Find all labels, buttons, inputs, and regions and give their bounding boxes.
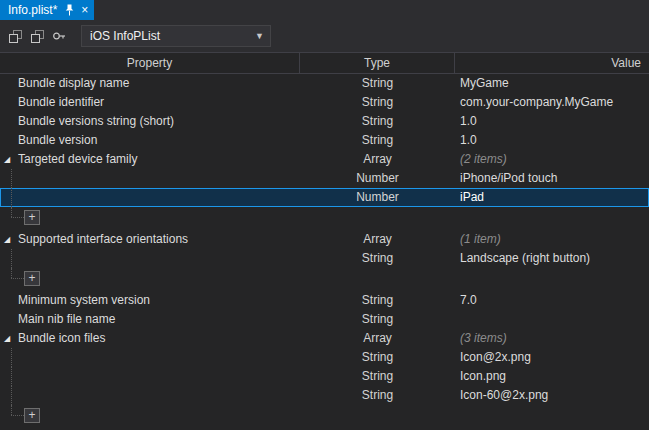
property-name: Supported interface orientations xyxy=(18,232,188,246)
value-cell: (2 items) xyxy=(455,150,649,169)
property-name: Bundle identifier xyxy=(18,95,104,109)
table-row[interactable]: Bundle display nameStringMyGame xyxy=(0,74,649,93)
expander-icon[interactable]: ◢ xyxy=(4,329,10,348)
add-button[interactable]: + xyxy=(24,271,40,286)
duplicate-pages-icon xyxy=(8,29,22,43)
property-name: Bundle display name xyxy=(18,76,129,90)
duplicate-pages-icon xyxy=(30,29,44,43)
property-cell: Bundle version xyxy=(0,131,300,150)
table-row[interactable]: StringIcon@2x.png xyxy=(0,348,649,367)
table-row[interactable]: Bundle identifierStringcom.your-company.… xyxy=(0,93,649,112)
tree-connector-line xyxy=(11,386,12,405)
property-cell: Minimum system version xyxy=(0,291,300,310)
table-row[interactable]: ◢Targeted device familyArray(2 items) xyxy=(0,150,649,169)
value-cell: Icon@2x.png xyxy=(455,348,649,367)
chevron-down-icon: ▼ xyxy=(255,31,264,41)
type-cell: String xyxy=(300,348,455,367)
type-cell: String xyxy=(300,131,455,150)
value-cell: 1.0 xyxy=(455,112,649,131)
table-row[interactable]: StringIcon-60@2x.png xyxy=(0,386,649,405)
table-row[interactable]: NumberiPad xyxy=(0,188,649,207)
type-cell: String xyxy=(300,93,455,112)
table-row[interactable]: NumberiPhone/iPod touch xyxy=(0,169,649,188)
value-cell: Landscape (right button) xyxy=(455,249,649,268)
tree-connector-line xyxy=(0,207,26,230)
document-tabstrip: Info.plist* × xyxy=(0,0,649,20)
table-row[interactable]: Bundle versionString1.0 xyxy=(0,131,649,150)
property-cell xyxy=(0,249,300,268)
value-cell: Icon-60@2x.png xyxy=(455,386,649,405)
table-row[interactable]: StringIcon.png xyxy=(0,367,649,386)
tree-connector-line xyxy=(11,188,12,207)
value-cell: 1.0 xyxy=(455,131,649,150)
tree-connector-line xyxy=(0,268,26,291)
property-cell xyxy=(0,386,300,405)
table-row[interactable]: Main nib file nameString xyxy=(0,310,649,329)
table-row[interactable]: Minimum system versionString7.0 xyxy=(0,291,649,310)
expander-icon[interactable]: ◢ xyxy=(4,230,10,249)
plist-editor-window: Info.plist* × iOS InfoPList ▼ Prop xyxy=(0,0,649,430)
tree-connector-line xyxy=(11,348,12,367)
property-name: Bundle version xyxy=(18,133,97,147)
table-row[interactable]: ◢Supported interface orientationsArray(1… xyxy=(0,230,649,249)
property-cell: Bundle display name xyxy=(0,74,300,93)
type-cell: Array xyxy=(300,329,455,348)
plist-rows: Bundle display nameStringMyGameBundle id… xyxy=(0,74,649,430)
type-cell: Array xyxy=(300,230,455,249)
type-cell: Number xyxy=(300,169,455,188)
tree-connector-line xyxy=(11,249,12,268)
property-cell: ◢Supported interface orientations xyxy=(0,230,300,249)
tab-info-plist[interactable]: Info.plist* × xyxy=(0,0,94,20)
value-cell xyxy=(455,310,649,329)
add-entry-row: + xyxy=(0,268,649,291)
property-name: Bundle icon files xyxy=(18,331,105,345)
property-cell xyxy=(0,169,300,188)
type-cell: String xyxy=(300,367,455,386)
header-type[interactable]: Type xyxy=(300,53,455,73)
table-row[interactable]: Bundle versions string (short)String1.0 xyxy=(0,112,649,131)
type-cell: String xyxy=(300,249,455,268)
table-header: Property Type Value xyxy=(0,52,649,74)
property-cell: Bundle identifier xyxy=(0,93,300,112)
type-cell: Number xyxy=(300,188,455,207)
table-row[interactable]: ◢Bundle icon filesArray(3 items) xyxy=(0,329,649,348)
property-cell: Main nib file name xyxy=(0,310,300,329)
add-entry-row: + xyxy=(0,405,649,428)
type-cell: Array xyxy=(300,150,455,169)
value-cell: (3 items) xyxy=(455,329,649,348)
add-button[interactable]: + xyxy=(24,210,40,225)
view-all-properties-icon[interactable] xyxy=(27,26,47,46)
view-properties-icon[interactable] xyxy=(5,26,25,46)
value-cell: iPhone/iPod touch xyxy=(455,169,649,188)
property-cell: ◢Targeted device family xyxy=(0,150,300,169)
property-name: Bundle versions string (short) xyxy=(18,114,174,128)
property-name: Main nib file name xyxy=(18,312,115,326)
tree-connector-line xyxy=(11,169,12,188)
pin-icon[interactable] xyxy=(65,4,74,16)
property-name: Targeted device family xyxy=(18,152,137,166)
tree-connector-line xyxy=(0,405,26,428)
header-property[interactable]: Property xyxy=(0,53,300,73)
type-cell: String xyxy=(300,112,455,131)
link-icon[interactable] xyxy=(49,26,69,46)
combo-selected-value: iOS InfoPList xyxy=(90,29,249,43)
header-value[interactable]: Value xyxy=(455,53,649,73)
tree-connector-line xyxy=(11,367,12,386)
type-cell: String xyxy=(300,310,455,329)
type-cell: String xyxy=(300,291,455,310)
close-icon[interactable]: × xyxy=(81,4,88,16)
property-cell xyxy=(0,367,300,386)
expander-icon[interactable]: ◢ xyxy=(4,150,10,169)
value-cell: iPad xyxy=(455,188,649,207)
table-row[interactable]: StringLandscape (right button) xyxy=(0,249,649,268)
value-cell: MyGame xyxy=(455,74,649,93)
property-name: Minimum system version xyxy=(18,293,150,307)
property-cell: ◢Bundle icon files xyxy=(0,329,300,348)
add-button[interactable]: + xyxy=(24,408,40,423)
toolbar: iOS InfoPList ▼ xyxy=(0,20,649,52)
property-cell xyxy=(0,188,300,207)
value-cell: com.your-company.MyGame xyxy=(455,93,649,112)
value-cell: Icon.png xyxy=(455,367,649,386)
plist-scheme-select[interactable]: iOS InfoPList ▼ xyxy=(81,25,271,47)
type-cell: String xyxy=(300,386,455,405)
